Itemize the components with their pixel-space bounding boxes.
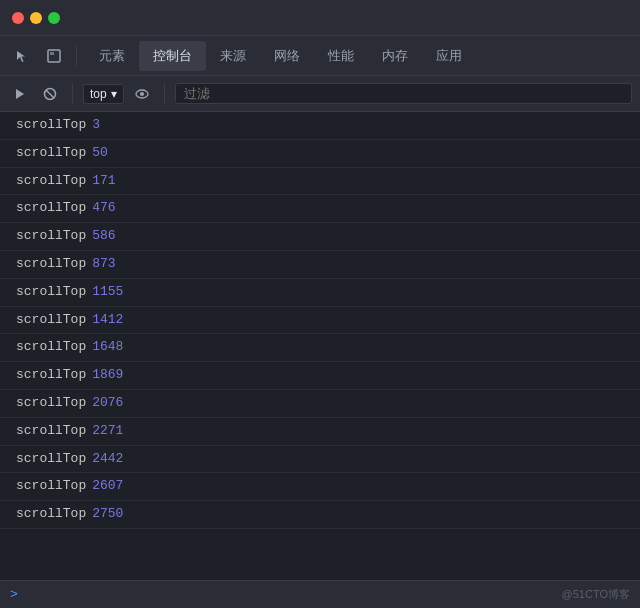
prop-name: scrollTop bbox=[16, 310, 86, 331]
chevron-down-icon: ▾ bbox=[111, 87, 117, 101]
devtools-window: 元素 控制台 来源 网络 性能 内存 应用 bbox=[0, 0, 640, 608]
level-label: top bbox=[90, 87, 107, 101]
svg-marker-2 bbox=[16, 89, 24, 99]
eye-icon[interactable] bbox=[130, 82, 154, 106]
console-line: scrollTop873 bbox=[0, 251, 640, 279]
console-line: scrollTop1155 bbox=[0, 279, 640, 307]
prop-name: scrollTop bbox=[16, 198, 86, 219]
console-line: scrollTop586 bbox=[0, 223, 640, 251]
block-icon[interactable] bbox=[38, 82, 62, 106]
console-line: scrollTop1412 bbox=[0, 307, 640, 335]
prop-value: 2442 bbox=[92, 449, 123, 470]
console-line: scrollTop50 bbox=[0, 140, 640, 168]
console-output: scrollTop3scrollTop50scrollTop171scrollT… bbox=[0, 112, 640, 580]
svg-point-6 bbox=[140, 92, 144, 96]
console-line: scrollTop2607 bbox=[0, 473, 640, 501]
prop-name: scrollTop bbox=[16, 337, 86, 358]
console-line: scrollTop1648 bbox=[0, 334, 640, 362]
prop-value: 3 bbox=[92, 115, 100, 136]
console-line: scrollTop171 bbox=[0, 168, 640, 196]
main-content: 元素 控制台 来源 网络 性能 内存 应用 bbox=[0, 36, 640, 608]
prop-name: scrollTop bbox=[16, 254, 86, 275]
prop-value: 2750 bbox=[92, 504, 123, 525]
tab-memory[interactable]: 内存 bbox=[368, 41, 422, 71]
console-line: scrollTop476 bbox=[0, 195, 640, 223]
prop-name: scrollTop bbox=[16, 282, 86, 303]
prop-name: scrollTop bbox=[16, 504, 86, 525]
close-button[interactable] bbox=[12, 12, 24, 24]
tab-performance[interactable]: 性能 bbox=[314, 41, 368, 71]
filter-input[interactable] bbox=[184, 86, 623, 101]
inspect-icon[interactable] bbox=[40, 42, 68, 70]
bottom-bar: > @51CTO博客 bbox=[0, 580, 640, 608]
svg-line-4 bbox=[46, 90, 54, 98]
console-line: scrollTop3 bbox=[0, 112, 640, 140]
titlebar bbox=[0, 0, 640, 36]
prop-value: 873 bbox=[92, 254, 115, 275]
prop-name: scrollTop bbox=[16, 115, 86, 136]
console-toolbar: top ▾ bbox=[0, 76, 640, 112]
prop-value: 2607 bbox=[92, 476, 123, 497]
prop-value: 1648 bbox=[92, 337, 123, 358]
prop-name: scrollTop bbox=[16, 226, 86, 247]
prop-name: scrollTop bbox=[16, 449, 86, 470]
prop-value: 1155 bbox=[92, 282, 123, 303]
filter-input-wrap[interactable] bbox=[175, 83, 632, 104]
prop-value: 1412 bbox=[92, 310, 123, 331]
console-line: scrollTop2271 bbox=[0, 418, 640, 446]
prop-value: 1869 bbox=[92, 365, 123, 386]
tab-elements[interactable]: 元素 bbox=[85, 41, 139, 71]
toolbar-divider bbox=[76, 46, 77, 66]
prop-name: scrollTop bbox=[16, 171, 86, 192]
maximize-button[interactable] bbox=[48, 12, 60, 24]
watermark-text: @51CTO博客 bbox=[562, 587, 630, 602]
tab-sources[interactable]: 来源 bbox=[206, 41, 260, 71]
console-line: scrollTop1869 bbox=[0, 362, 640, 390]
level-selector[interactable]: top ▾ bbox=[83, 84, 124, 104]
traffic-lights bbox=[12, 12, 60, 24]
prop-value: 2076 bbox=[92, 393, 123, 414]
prop-name: scrollTop bbox=[16, 476, 86, 497]
prop-name: scrollTop bbox=[16, 143, 86, 164]
prop-value: 476 bbox=[92, 198, 115, 219]
tab-application[interactable]: 应用 bbox=[422, 41, 476, 71]
minimize-button[interactable] bbox=[30, 12, 42, 24]
svg-rect-1 bbox=[50, 52, 54, 55]
console-line: scrollTop2076 bbox=[0, 390, 640, 418]
tab-network[interactable]: 网络 bbox=[260, 41, 314, 71]
prop-name: scrollTop bbox=[16, 421, 86, 442]
prop-name: scrollTop bbox=[16, 365, 86, 386]
filter-divider bbox=[164, 84, 165, 104]
prop-value: 586 bbox=[92, 226, 115, 247]
prop-value: 2271 bbox=[92, 421, 123, 442]
svg-rect-0 bbox=[48, 50, 60, 62]
console-line: scrollTop2750 bbox=[0, 501, 640, 529]
console-line: scrollTop2442 bbox=[0, 446, 640, 474]
prop-value: 171 bbox=[92, 171, 115, 192]
cursor-tool-icon[interactable] bbox=[8, 42, 36, 70]
nav-tabs: 元素 控制台 来源 网络 性能 内存 应用 bbox=[85, 41, 476, 71]
nav-toolbar: 元素 控制台 来源 网络 性能 内存 应用 bbox=[0, 36, 640, 76]
prop-name: scrollTop bbox=[16, 393, 86, 414]
play-icon[interactable] bbox=[8, 82, 32, 106]
console-divider bbox=[72, 84, 73, 104]
tab-console[interactable]: 控制台 bbox=[139, 41, 206, 71]
prop-value: 50 bbox=[92, 143, 108, 164]
console-prompt: > bbox=[10, 587, 18, 602]
